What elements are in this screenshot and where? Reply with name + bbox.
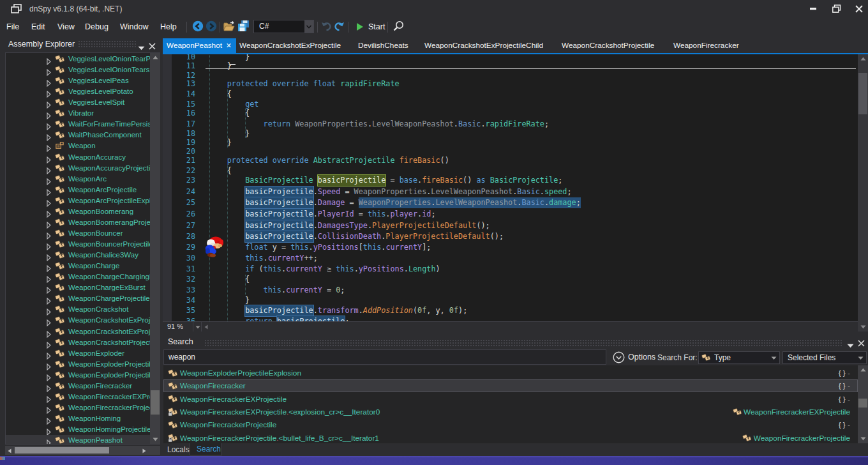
search-result-row[interactable]: WeaponFirecrackerProjectile.<bullet_life… (163, 431, 858, 443)
tree-item-WeaponChargeProjectile[interactable]: WeaponChargeProjectile (6, 293, 160, 304)
tree-item-WeaponFirecracker[interactable]: WeaponFirecracker (6, 381, 160, 392)
results-vertical-scrollbar[interactable] (858, 365, 868, 443)
search-result-row[interactable]: WeaponFirecracker{ } - (163, 379, 858, 392)
open-file-button[interactable] (223, 20, 236, 34)
tree-item-WeaponArcProjectile[interactable]: WeaponArcProjectile (6, 185, 160, 195)
navigate-back-button[interactable] (192, 20, 204, 34)
tab-search[interactable]: Search (190, 443, 222, 455)
scrollbar-thumb[interactable] (858, 399, 867, 408)
tree-item-VeggiesLevelPeas[interactable]: VeggiesLevelPeas (6, 75, 160, 86)
tab-DevilishCheats[interactable]: DevilishCheats (350, 38, 416, 53)
tree-item-WeaponChalice3Way[interactable]: WeaponChalice3Way (6, 250, 160, 261)
tree-item-WeaponExploderProjectileExplosion[interactable]: WeaponExploderProjectileExplosion (6, 370, 160, 381)
language-combo[interactable]: C# (253, 20, 314, 33)
tree-item-WeaponBoomerangProjectile[interactable]: WeaponBoomerangProjectile (6, 217, 160, 228)
redo-button[interactable] (334, 21, 345, 34)
options-label[interactable]: Options (628, 353, 655, 362)
editor-scroll-left-arrow[interactable] (204, 324, 208, 330)
class-icon (55, 381, 64, 391)
code-text: return basicProjectile; (209, 317, 349, 321)
tree-item-Vibrator[interactable]: Vibrator (6, 108, 160, 119)
tab-WeaponCrackshotExProjectileChild[interactable]: WeaponCrackshotExProjectileChild (417, 38, 551, 53)
tab-WeaponCrackshotExProjectile[interactable]: WeaponCrackshotExProjectile (232, 38, 348, 53)
scrollbar-thumb[interactable] (15, 447, 109, 454)
tree-item-WeaponCharge[interactable]: WeaponCharge (6, 261, 160, 271)
zoom-level-dropdown[interactable] (193, 322, 202, 332)
tree-item-WeaponHoming[interactable]: WeaponHoming (6, 413, 160, 424)
explorer-menu-caret[interactable] (138, 42, 145, 53)
tree-item-label: WeaponChargeProjectile (68, 294, 150, 302)
tree-item-VeggiesLevelOnionTearProjectile[interactable]: VeggiesLevelOnionTearProjectile (6, 54, 160, 65)
tree-item-WeaponArc[interactable]: WeaponArc (6, 174, 160, 185)
code-editor[interactable]: 10 }11 }1213 protected override float ra… (163, 54, 858, 321)
scrollbar-thumb[interactable] (858, 73, 867, 114)
tab-label: WeaponCrackshotExProjectileChild (424, 41, 543, 50)
tree-item-WeaponPeashot[interactable]: WeaponPeashot (6, 435, 160, 445)
navigate-forward-button[interactable] (206, 20, 217, 34)
assembly-tree[interactable]: VeggiesLevelOnionTearProjectile VeggiesL… (5, 52, 160, 445)
search-result-row[interactable]: WeaponExploderProjectileExplosion{ } - (163, 367, 858, 379)
tab-WeaponPeashot[interactable]: WeaponPeashot✕ (163, 38, 236, 53)
menu-debug[interactable]: Debug (85, 20, 108, 33)
tree-item-WeaponCrackshot[interactable]: WeaponCrackshot (6, 304, 160, 315)
search-result-row[interactable]: WeaponFirecrackerProjectile{ } - (163, 418, 858, 431)
editor-vertical-scrollbar[interactable] (858, 54, 868, 332)
tab-locals[interactable]: Locals (167, 445, 190, 454)
tab-WeaponFirecracker[interactable]: WeaponFirecracker (666, 38, 747, 53)
explorer-close-button[interactable] (149, 41, 156, 52)
tree-item-WeaponAccuracy[interactable]: WeaponAccuracy (6, 152, 160, 163)
tree-item-VeggiesLevelPotato[interactable]: VeggiesLevelPotato (6, 86, 160, 97)
search-close-button[interactable] (858, 338, 865, 349)
tree-item-WaitForFrameTimePersistent[interactable]: WaitForFrameTimePersistent (6, 119, 160, 130)
zoom-level-control[interactable]: 91 % (163, 322, 193, 332)
close-icon (149, 43, 156, 50)
save-all-button[interactable] (237, 20, 250, 34)
tree-item-WeaponAccuracyProjectile[interactable]: WeaponAccuracyProjectile (6, 163, 160, 174)
minimize-button[interactable] (802, 0, 824, 17)
search-for-combo[interactable]: Type (698, 351, 780, 364)
tree-item-WeaponBoomerang[interactable]: WeaponBoomerang (6, 206, 160, 217)
tree-item-WeaponExploder[interactable]: WeaponExploder (6, 348, 160, 359)
menu-window[interactable]: Window (120, 20, 148, 33)
start-debug-button[interactable]: Start (352, 20, 389, 34)
tree-item-WeaponCrackshotExProjectileChild[interactable]: WeaponCrackshotExProjectileChild (6, 326, 160, 337)
tree-item-WeaponCrackshotExProjectile[interactable]: WeaponCrackshotExProjectile (6, 315, 160, 326)
tree-item-WaitPhaseComponent[interactable]: WaitPhaseComponent (6, 130, 160, 141)
search-input[interactable]: weapon (163, 349, 606, 365)
search-menu-caret[interactable] (847, 339, 854, 351)
tree-vertical-scrollbar[interactable] (150, 53, 160, 444)
tree-horizontal-scrollbar[interactable] (5, 446, 160, 455)
menu-file[interactable]: File (6, 20, 19, 33)
menu-help[interactable]: Help (160, 20, 177, 33)
tree-item-WeaponBouncer[interactable]: WeaponBouncer (6, 228, 160, 239)
tree-item-WeaponFirecrackerEXProjectile[interactable]: WeaponFirecrackerEXProjectile (6, 392, 160, 402)
tree-item-WeaponFirecrackerProjectile[interactable]: WeaponFirecrackerProjectile (6, 402, 160, 413)
tree-item-WeaponBouncerProjectile[interactable]: WeaponBouncerProjectile (6, 239, 160, 250)
tree-item-WeaponChargeExBurst[interactable]: WeaponChargeExBurst (6, 282, 160, 293)
scrollbar-thumb[interactable] (151, 390, 160, 415)
search-result-row[interactable]: WeaponFirecrackerEXProjectile.<explosion… (163, 405, 858, 418)
menu-edit[interactable]: Edit (31, 20, 45, 33)
tree-item-WeaponCrackshotProjectile[interactable]: WeaponCrackshotProjectile (6, 337, 160, 348)
tree-item-VeggiesLevelOnionTearsSpawner[interactable]: VeggiesLevelOnionTearsSpawner (6, 65, 160, 75)
search-results-list[interactable]: WeaponExploderProjectileExplosion{ } - W… (163, 365, 858, 443)
code-text: basicProjectile.transform.AddPosition(0f… (209, 306, 467, 315)
options-toggle[interactable] (613, 351, 625, 366)
tree-item-VeggiesLevelSpit[interactable]: VeggiesLevelSpit (6, 97, 160, 108)
tab-close-icon[interactable]: ✕ (226, 42, 232, 49)
tree-item-WeaponArcProjectileExplosion[interactable]: WeaponArcProjectileExplosion (6, 195, 160, 206)
search-assemblies-button[interactable] (393, 20, 405, 35)
tree-item-WeaponHomingProjectile[interactable]: WeaponHomingProjectile (6, 424, 160, 435)
search-result-row[interactable]: WeaponFirecrackerEXProjectile{ } - (163, 392, 858, 405)
menu-view[interactable]: View (57, 20, 75, 33)
tree-item-WeaponExploderProjectile[interactable]: WeaponExploderProjectile (6, 359, 160, 370)
tree-item-Weapon[interactable]: Weapon (6, 141, 160, 151)
tab-WeaponCrackshotProjectile[interactable]: WeaponCrackshotProjectile (554, 38, 662, 53)
result-name: WeaponFirecrackerEXProjectile.<explosion… (180, 408, 380, 416)
undo-button[interactable] (321, 21, 332, 34)
tree-item-WeaponChargeChargingEffect[interactable]: WeaponChargeChargingEffect (6, 271, 160, 282)
tree-item-label: VeggiesLevelOnionTearsSpawner (68, 66, 160, 73)
close-button[interactable] (848, 0, 868, 17)
files-filter-combo[interactable]: Selected Files (782, 351, 867, 364)
restore-button[interactable] (826, 0, 848, 17)
